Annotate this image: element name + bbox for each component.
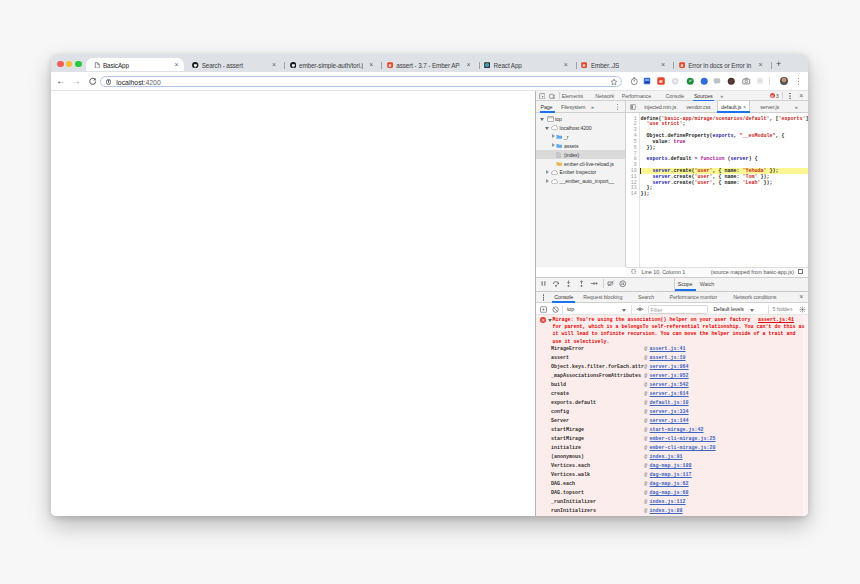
- svg-text:e: e: [583, 62, 586, 67]
- svg-text:e: e: [659, 77, 663, 84]
- svg-text:e: e: [680, 62, 683, 67]
- svg-text:e: e: [389, 62, 392, 67]
